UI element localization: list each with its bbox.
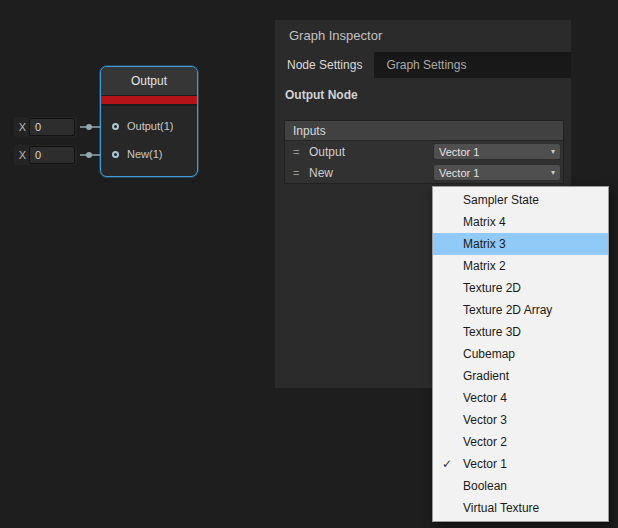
axis-x-label: X — [16, 149, 29, 161]
inputs-list: Inputs = Output Vector 1 ▾ = New Vector … — [284, 120, 564, 184]
menu-item-matrix-2[interactable]: Matrix 2 — [433, 255, 608, 277]
dropdown-value: Vector 1 — [439, 146, 479, 158]
port-label: Output(1) — [127, 120, 173, 132]
menu-item-texture-3d[interactable]: Texture 3D — [433, 321, 608, 343]
port-label: New(1) — [127, 148, 162, 160]
tab-node-settings[interactable]: Node Settings — [275, 52, 374, 78]
input-row-output: = Output Vector 1 ▾ — [285, 141, 563, 162]
section-title: Output Node — [275, 78, 571, 102]
type-dropdown-output[interactable]: Vector 1 ▾ — [433, 143, 561, 160]
tab-graph-settings[interactable]: Graph Settings — [374, 52, 478, 78]
menu-item-label: Vector 4 — [463, 391, 507, 405]
inputs-list-header: Inputs — [285, 121, 563, 141]
menu-item-label: Vector 3 — [463, 413, 507, 427]
node-ports: Output(1) New(1) — [101, 106, 197, 168]
menu-item-label: Matrix 2 — [463, 259, 506, 273]
input-row-label: New — [309, 166, 333, 180]
menu-item-texture-2d-array[interactable]: Texture 2D Array — [433, 299, 608, 321]
checkmark-icon: ✓ — [442, 453, 452, 475]
menu-item-vector-1[interactable]: ✓Vector 1 — [433, 453, 608, 475]
output-port-dot[interactable] — [86, 152, 92, 158]
menu-item-label: Texture 2D — [463, 281, 521, 295]
menu-item-label: Vector 1 — [463, 457, 507, 471]
type-dropdown-new[interactable]: Vector 1 ▾ — [433, 164, 561, 181]
menu-item-label: Matrix 4 — [463, 215, 506, 229]
chevron-down-icon: ▾ — [551, 168, 555, 177]
menu-item-label: Texture 3D — [463, 325, 521, 339]
input-row-label: Output — [309, 145, 345, 159]
menu-item-virtual-texture[interactable]: Virtual Texture — [433, 497, 608, 519]
dropdown-value: Vector 1 — [439, 167, 479, 179]
menu-item-matrix-3[interactable]: Matrix 3 — [433, 233, 608, 255]
input-row-new: = New Vector 1 ▾ — [285, 162, 563, 183]
menu-item-label: Gradient — [463, 369, 509, 383]
type-dropdown-menu: Sampler StateMatrix 4Matrix 3Matrix 2Tex… — [432, 186, 609, 522]
port-row-new: New(1) — [101, 140, 197, 168]
inline-value-field-output: X 0 — [14, 117, 77, 137]
menu-item-label: Matrix 3 — [463, 237, 506, 251]
inline-value-field-new: X 0 — [14, 145, 77, 165]
menu-item-label: Cubemap — [463, 347, 515, 361]
output-port-dot[interactable] — [86, 124, 92, 130]
menu-item-vector-3[interactable]: Vector 3 — [433, 409, 608, 431]
menu-item-gradient[interactable]: Gradient — [433, 365, 608, 387]
menu-item-cubemap[interactable]: Cubemap — [433, 343, 608, 365]
menu-item-sampler-state[interactable]: Sampler State — [433, 189, 608, 211]
menu-item-vector-2[interactable]: Vector 2 — [433, 431, 608, 453]
inspector-tabbar: Node Settings Graph Settings — [275, 52, 571, 78]
port-row-output: Output(1) — [101, 112, 197, 140]
menu-item-label: Boolean — [463, 479, 507, 493]
menu-item-boolean[interactable]: Boolean — [433, 475, 608, 497]
value-input[interactable]: 0 — [29, 118, 75, 136]
input-port-icon[interactable] — [112, 151, 119, 158]
menu-item-label: Vector 2 — [463, 435, 507, 449]
menu-item-label: Virtual Texture — [463, 501, 539, 515]
menu-item-vector-4[interactable]: Vector 4 — [433, 387, 608, 409]
chevron-down-icon: ▾ — [551, 147, 555, 156]
drag-handle-icon[interactable]: = — [293, 146, 309, 158]
panel-title: Graph Inspector — [275, 20, 571, 52]
menu-item-texture-2d[interactable]: Texture 2D — [433, 277, 608, 299]
graph-canvas[interactable]: X 0 X 0 Output Output(1) New(1) Graph In… — [0, 0, 618, 528]
output-node[interactable]: Output Output(1) New(1) — [100, 66, 198, 177]
node-preview-bar — [101, 96, 197, 106]
menu-item-matrix-4[interactable]: Matrix 4 — [433, 211, 608, 233]
node-title: Output — [101, 67, 197, 96]
menu-item-label: Texture 2D Array — [463, 303, 552, 317]
value-input[interactable]: 0 — [29, 146, 75, 164]
input-port-icon[interactable] — [112, 123, 119, 130]
axis-x-label: X — [16, 121, 29, 133]
drag-handle-icon[interactable]: = — [293, 167, 309, 179]
menu-item-label: Sampler State — [463, 193, 539, 207]
